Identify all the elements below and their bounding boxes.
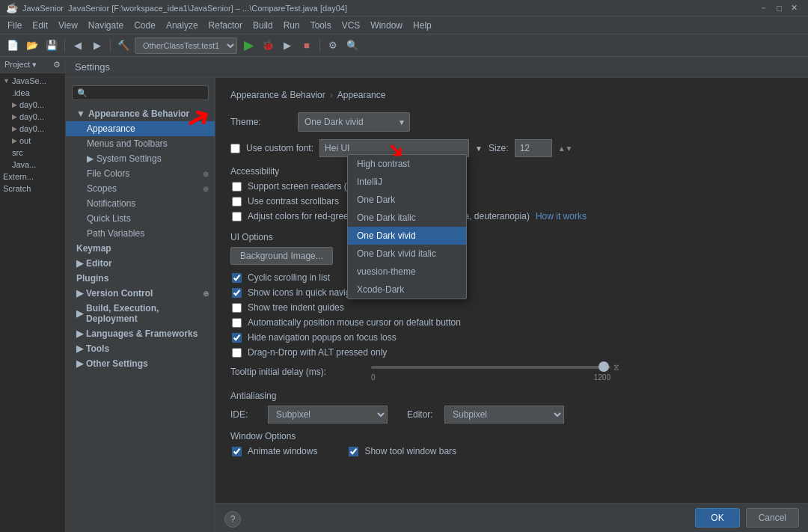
settings-btn[interactable]: ⚙: [325, 37, 341, 54]
how-it-works-link[interactable]: How it works: [536, 211, 587, 221]
toolbar-build-btn[interactable]: 🔨: [115, 37, 132, 54]
screen-readers-checkbox[interactable]: [232, 182, 242, 192]
drag-drop-checkbox[interactable]: [232, 348, 242, 358]
menu-bar: File Edit View Navigate Code Analyze Ref…: [0, 16, 808, 34]
tree-external[interactable]: Extern...: [0, 171, 65, 183]
nav-path-variables[interactable]: Path Variables: [66, 226, 215, 241]
maximize-btn[interactable]: □: [772, 4, 786, 13]
toolbar-sep1: [64, 39, 65, 52]
toolbar-forward-btn[interactable]: ▶: [89, 37, 105, 54]
show-icons-checkbox[interactable]: [232, 288, 242, 298]
menu-edit[interactable]: Edit: [28, 19, 52, 32]
tree-java[interactable]: Java...: [0, 159, 65, 171]
tooltip-slider-thumb[interactable]: [599, 361, 609, 372]
nav-appearance-behavior[interactable]: ▼ Appearance & Behavior: [66, 106, 215, 121]
menu-window[interactable]: Window: [366, 19, 407, 32]
toolbar-open-btn[interactable]: 📂: [24, 37, 40, 54]
debug-btn[interactable]: 🐞: [260, 37, 276, 54]
run-config-dropdown[interactable]: OtherClassTest.test1: [135, 37, 237, 54]
close-btn[interactable]: ✕: [786, 3, 802, 13]
ide-aa-select[interactable]: Subpixel: [268, 406, 388, 424]
ok-btn[interactable]: OK: [695, 508, 739, 528]
nav-notifications[interactable]: Notifications: [66, 196, 215, 211]
editor-aa-select[interactable]: Subpixel: [444, 406, 564, 424]
settings-search-input[interactable]: [72, 85, 209, 100]
menu-code[interactable]: Code: [129, 19, 160, 32]
tree-item-label: day0...: [19, 100, 44, 109]
show-tool-bars-checkbox[interactable]: [349, 447, 358, 456]
hide-nav-label: Hide navigation popups on focus loss: [248, 332, 397, 343]
toolbar-save-btn[interactable]: 💾: [43, 37, 60, 54]
nav-languages[interactable]: ▶ Languages & Frameworks: [66, 326, 215, 341]
nav-system-settings[interactable]: ▶ System Settings: [66, 151, 215, 166]
drag-drop-row: Drag-n-Drop with ALT pressed only: [230, 347, 793, 358]
animate-windows-checkbox[interactable]: [232, 447, 242, 456]
breadcrumb: Appearance & Behavior › Appearance: [230, 90, 793, 100]
cancel-btn[interactable]: Cancel: [746, 508, 799, 528]
theme-option-high-contrast[interactable]: High contrast: [348, 155, 466, 173]
tree-day0-1[interactable]: ▶ day0...: [0, 99, 65, 111]
tree-day0-3[interactable]: ▶ day0...: [0, 123, 65, 135]
toolbar-back-btn[interactable]: ◀: [70, 37, 86, 54]
help-btn[interactable]: ?: [224, 511, 241, 528]
stop-btn[interactable]: ■: [299, 37, 315, 54]
tree-out[interactable]: ▶ out: [0, 135, 65, 147]
toolbar-newfile-btn[interactable]: 📄: [4, 37, 21, 54]
theme-option-one-dark-vivid[interactable]: One Dark vivid: [348, 227, 466, 245]
menu-view[interactable]: View: [54, 19, 82, 32]
coverage-btn[interactable]: ▶: [279, 37, 296, 54]
font-size-input[interactable]: [515, 139, 552, 157]
menu-navigate[interactable]: Navigate: [84, 19, 128, 32]
theme-option-one-dark-italic[interactable]: One Dark italic: [348, 209, 466, 227]
menu-build[interactable]: Build: [248, 19, 278, 32]
nav-version-control[interactable]: ▶ Version Control ⊕: [66, 286, 215, 301]
nav-scopes[interactable]: Scopes ⊕: [66, 181, 215, 196]
nav-keymap[interactable]: Keymap: [66, 241, 215, 256]
auto-position-checkbox[interactable]: [232, 318, 242, 328]
cyclic-scrolling-checkbox[interactable]: [232, 273, 242, 283]
menu-vcs[interactable]: VCS: [337, 19, 365, 32]
tree-scratch[interactable]: Scratch: [0, 183, 65, 195]
theme-select[interactable]: One Dark vivid: [298, 112, 410, 132]
tree-src[interactable]: src: [0, 147, 65, 159]
theme-option-intellij[interactable]: IntelliJ: [348, 173, 466, 191]
slider-range: 0 1200: [371, 373, 610, 382]
adjust-colors-checkbox[interactable]: [232, 212, 242, 221]
nav-appearance[interactable]: Appearance: [66, 121, 215, 136]
nav-plugins[interactable]: Plugins: [66, 271, 215, 286]
toolbar: 📄 📂 💾 ◀ ▶ 🔨 OtherClassTest.test1 ▶ 🐞 ▶ ■…: [0, 34, 808, 57]
search-btn[interactable]: 🔍: [344, 37, 361, 54]
nav-menus-toolbars[interactable]: Menus and Toolbars: [66, 136, 215, 151]
show-tool-bars-row: Show tool window bars: [347, 446, 456, 456]
menu-file[interactable]: File: [3, 19, 26, 32]
show-tree-checkbox[interactable]: [232, 303, 242, 313]
project-menu-btn[interactable]: ⚙: [53, 60, 61, 70]
nav-other-settings[interactable]: ▶ Other Settings: [66, 356, 215, 371]
theme-option-vuesion[interactable]: vuesion-theme: [348, 263, 466, 281]
menu-run[interactable]: Run: [279, 19, 304, 32]
theme-option-one-dark[interactable]: One Dark: [348, 191, 466, 209]
theme-option-xcode-dark[interactable]: Xcode-Dark: [348, 281, 466, 299]
menu-analyze[interactable]: Analyze: [162, 19, 203, 32]
minimize-btn[interactable]: －: [755, 2, 772, 13]
tree-javasenior[interactable]: ▼ JavaSe...: [0, 75, 65, 87]
menu-refactor[interactable]: Refactor: [204, 19, 247, 32]
tooltip-slider-track: [371, 366, 610, 369]
contrast-scrollbars-checkbox[interactable]: [232, 197, 242, 207]
hide-nav-checkbox[interactable]: [232, 333, 242, 343]
tree-idea[interactable]: .idea: [0, 87, 65, 99]
tree-day0-2[interactable]: ▶ day0...: [0, 111, 65, 123]
nav-tools[interactable]: ▶ Tools: [66, 341, 215, 356]
menu-help[interactable]: Help: [408, 19, 436, 32]
nav-file-colors[interactable]: File Colors ⊕: [66, 166, 215, 181]
theme-option-one-dark-vivid-italic[interactable]: One Dark vivid italic: [348, 245, 466, 263]
auto-position-label: Automatically position mouse cursor on d…: [248, 317, 461, 328]
custom-font-checkbox[interactable]: [230, 144, 240, 153]
breadcrumb-separator: ›: [330, 90, 333, 100]
menu-tools[interactable]: Tools: [306, 19, 336, 32]
nav-quick-lists[interactable]: Quick Lists: [66, 211, 215, 226]
nav-build-execution[interactable]: ▶ Build, Execution, Deployment: [66, 301, 215, 326]
background-image-btn[interactable]: Background Image...: [230, 247, 333, 265]
run-btn[interactable]: ▶: [240, 37, 257, 54]
nav-editor[interactable]: ▶ Editor: [66, 256, 215, 271]
